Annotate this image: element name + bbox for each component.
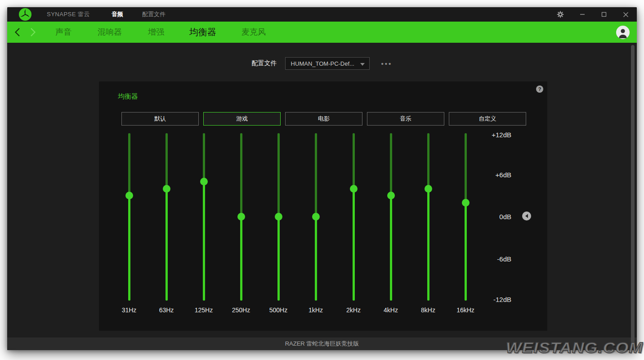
eq-freq-label-250Hz: 250Hz bbox=[232, 306, 250, 314]
db-tick-0dB: 0dB bbox=[480, 213, 511, 220]
titlebar-tab-1[interactable]: 音频 bbox=[112, 7, 123, 22]
app-title: SYNAPSE 雷云 bbox=[47, 7, 90, 22]
eq-track-16kHz[interactable] bbox=[465, 133, 467, 301]
back-button[interactable] bbox=[14, 27, 20, 37]
settings-gear-icon[interactable] bbox=[555, 9, 566, 20]
db-tick-m6dB: -6dB bbox=[480, 255, 511, 263]
eq-slider-thumb-500Hz[interactable] bbox=[275, 213, 282, 220]
nav-tab-4[interactable]: 均衡器 bbox=[189, 22, 216, 43]
eq-slider-thumb-63Hz[interactable] bbox=[163, 185, 170, 193]
forward-button[interactable] bbox=[30, 27, 36, 37]
db-tick-m12dB: -12dB bbox=[480, 296, 511, 303]
titlebar: SYNAPSE 雷云 音频配置文件 bbox=[7, 7, 637, 22]
chevron-down-icon bbox=[360, 59, 365, 68]
profile-label: 配置文件 bbox=[252, 59, 277, 68]
eq-freq-label-4kHz: 4kHz bbox=[384, 306, 398, 314]
device-name: RAZER 雷蛇北海巨妖竞技版 bbox=[285, 340, 359, 348]
eq-freq-label-2kHz: 2kHz bbox=[346, 306, 361, 314]
eq-slider-thumb-4kHz[interactable] bbox=[387, 192, 395, 199]
nav-tab-1[interactable]: 声音 bbox=[55, 22, 72, 43]
profile-dropdown[interactable]: HUMAN_TOM-PC-Def... bbox=[285, 57, 370, 70]
eq-freq-label-8kHz: 8kHz bbox=[421, 306, 435, 314]
eq-slider-thumb-8kHz[interactable] bbox=[425, 185, 432, 193]
db-tick-p12dB: +12dB bbox=[480, 131, 511, 139]
eq-track-2kHz[interactable] bbox=[353, 133, 355, 301]
profile-row: 配置文件 HUMAN_TOM-PC-Def... ••• bbox=[7, 57, 637, 70]
profile-more-button[interactable]: ••• bbox=[381, 60, 393, 68]
vertical-scrollbar[interactable] bbox=[631, 45, 635, 343]
eq-track-8kHz[interactable] bbox=[427, 133, 429, 301]
eq-freq-label-31Hz: 31Hz bbox=[122, 306, 137, 314]
eq-freq-label-1kHz: 1kHz bbox=[309, 306, 323, 314]
profile-dropdown-value: HUMAN_TOM-PC-Def... bbox=[291, 60, 360, 67]
eq-slider-thumb-31Hz[interactable] bbox=[125, 192, 133, 199]
eq-freq-label-125Hz: 125Hz bbox=[195, 306, 213, 314]
close-button[interactable] bbox=[620, 9, 631, 20]
maximize-button[interactable] bbox=[599, 9, 609, 20]
eq-track-31Hz[interactable] bbox=[128, 133, 130, 301]
eq-slider-thumb-16kHz[interactable] bbox=[462, 199, 470, 207]
nav-tab-2[interactable]: 混响器 bbox=[98, 22, 122, 43]
db-tick-p6dB: +6dB bbox=[480, 171, 511, 179]
minimize-button[interactable] bbox=[577, 9, 588, 20]
watermark: WEISTANG.COM bbox=[506, 339, 643, 357]
desktop-background: SYNAPSE 雷云 音频配置文件 bbox=[0, 0, 644, 360]
equalizer-panel: 均衡器 ? 默认游戏电影音乐自定义 31Hz63Hz125Hz250Hz500H… bbox=[99, 81, 547, 331]
eq-track-4kHz[interactable] bbox=[390, 133, 392, 301]
eq-freq-label-16kHz: 16kHz bbox=[456, 306, 474, 314]
reset-collapse-button[interactable] bbox=[522, 212, 531, 220]
navbar: 声音混响器增强均衡器麦克风 bbox=[7, 22, 637, 43]
eq-slider-thumb-125Hz[interactable] bbox=[200, 178, 208, 185]
content-area: 配置文件 HUMAN_TOM-PC-Def... ••• 均衡器 ? 默认游戏电… bbox=[7, 43, 637, 350]
app-window: SYNAPSE 雷云 音频配置文件 bbox=[7, 7, 637, 350]
eq-freq-label-63Hz: 63Hz bbox=[159, 306, 174, 314]
eq-slider-thumb-250Hz[interactable] bbox=[237, 213, 245, 220]
user-avatar[interactable] bbox=[616, 26, 630, 39]
eq-track-125Hz[interactable] bbox=[203, 133, 205, 301]
razer-logo-icon bbox=[19, 8, 31, 21]
titlebar-tab-2[interactable]: 配置文件 bbox=[142, 7, 165, 22]
nav-tab-5[interactable]: 麦克风 bbox=[242, 22, 266, 43]
nav-tab-3[interactable]: 增强 bbox=[148, 22, 164, 43]
equalizer-sliders: 31Hz63Hz125Hz250Hz500Hz1kHz2kHz4kHz8kHz1… bbox=[99, 81, 547, 331]
eq-slider-thumb-1kHz[interactable] bbox=[312, 213, 320, 220]
eq-slider-thumb-2kHz[interactable] bbox=[350, 185, 358, 193]
eq-freq-label-500Hz: 500Hz bbox=[269, 306, 287, 314]
eq-track-63Hz[interactable] bbox=[165, 133, 168, 301]
